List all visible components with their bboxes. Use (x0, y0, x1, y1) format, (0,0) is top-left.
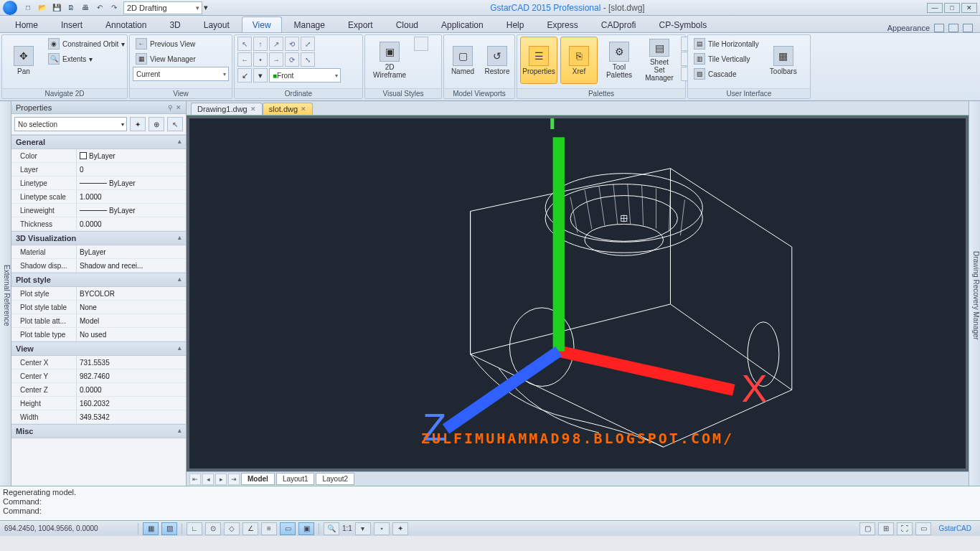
prop-row[interactable]: Thickness0.0000 (11, 217, 186, 231)
ord-icon[interactable]: ⤡ (301, 52, 315, 67)
workspace-selector[interactable]: 2D Drafting (123, 1, 202, 14)
prop-row[interactable]: ColorByLayer (11, 149, 186, 163)
new-icon[interactable]: □ (22, 1, 34, 14)
ord-icon[interactable]: ← (237, 52, 252, 67)
tab-cpsymbols[interactable]: CP-Symbols (648, 17, 717, 32)
polar-toggle[interactable]: ⊙ (205, 522, 221, 535)
tab-manage[interactable]: Manage (283, 17, 336, 32)
tile-v-button[interactable]: ▥Tile Vertically (691, 52, 762, 66)
previous-view-button[interactable]: ←Previous View (133, 37, 229, 51)
ord-icon[interactable]: ▾ (253, 68, 268, 83)
ord-icon[interactable]: ⟲ (285, 37, 299, 51)
ord-icon[interactable]: ⤢ (301, 37, 315, 51)
properties-button[interactable]: ☰Properties (520, 37, 557, 84)
otrack-toggle[interactable]: ∠ (242, 522, 258, 535)
snap-toggle[interactable]: ▦ (143, 522, 159, 535)
scale-button[interactable]: 🔍 (324, 522, 339, 535)
viewport[interactable]: X Y Z ZULFIMUHAMMAD98.BLOGSPOT.COM/ (189, 118, 966, 468)
ord-icon[interactable]: • (253, 52, 268, 67)
prop-row[interactable]: Linetype scale1.0000 (11, 190, 186, 204)
prop-row[interactable]: Plot table att...Model (11, 314, 186, 328)
tab-home[interactable]: Home (4, 17, 49, 32)
tab-3d[interactable]: 3D (159, 17, 191, 32)
view-current-combo[interactable]: Current (133, 67, 229, 81)
xref-button[interactable]: ⎘Xref (560, 37, 598, 84)
prop-row[interactable]: Lineweight ByLayer (11, 204, 186, 217)
status-icon[interactable]: ⛶ (897, 522, 913, 535)
tab-application[interactable]: Application (430, 17, 494, 32)
appearance-menu[interactable]: Appearance (887, 24, 976, 32)
prop-row[interactable]: Width349.5342 (11, 410, 186, 424)
restore-button[interactable]: □ (944, 3, 960, 13)
ord-icon[interactable]: ↖ (237, 37, 252, 51)
prop-row[interactable]: Center X731.5535 (11, 356, 186, 369)
lwt-toggle[interactable]: ≡ (261, 522, 277, 535)
prop-row[interactable]: Plot styleBYCOLOR (11, 287, 186, 301)
layout-tab-model[interactable]: Model (241, 473, 275, 485)
prop-group-header[interactable]: 3D Visualization▴ (11, 231, 186, 245)
tile-h-button[interactable]: ▤Tile Horizontally (691, 37, 762, 51)
minimize-button[interactable]: — (927, 3, 943, 13)
ortho-toggle[interactable]: ∟ (187, 522, 202, 535)
tab-view[interactable]: View (242, 17, 282, 32)
grid-toggle[interactable]: ▨ (161, 522, 177, 535)
visual-more-icon[interactable] (414, 37, 428, 51)
ord-icon[interactable]: ↑ (253, 37, 268, 51)
pickadd-icon[interactable]: ⊕ (149, 117, 164, 131)
view-manager-button[interactable]: ▦View Manager (133, 52, 229, 66)
close-button[interactable]: ✕ (961, 3, 977, 13)
tool-palettes-button[interactable]: ⚙Tool Palettes (600, 37, 638, 84)
quickselect-icon[interactable]: ✦ (130, 117, 146, 131)
external-reference-panel[interactable]: External Reference (0, 101, 11, 486)
tab-annotation[interactable]: Annotation (95, 17, 157, 32)
first-icon[interactable]: ⇤ (189, 474, 201, 485)
prev-icon[interactable]: ◂ (202, 474, 214, 485)
prop-row[interactable]: Linetype ByLayer (11, 176, 186, 190)
sheetset-button[interactable]: ▤Sheet Set Manager (641, 37, 678, 84)
restore-ribbon-icon[interactable] (948, 24, 958, 32)
cascade-button[interactable]: ▧Cascade (691, 67, 762, 81)
restore-button[interactable]: ↺Restore (481, 37, 513, 84)
prop-row[interactable]: Center Y982.7460 (11, 369, 186, 383)
tab-cloud[interactable]: Cloud (385, 17, 429, 32)
undo-icon[interactable]: ↶ (93, 1, 106, 14)
selection-combo[interactable]: No selection (14, 117, 127, 131)
prop-row[interactable]: Height160.2032 (11, 397, 186, 410)
layout-tab[interactable]: Layout1 (276, 473, 315, 485)
layout-tab[interactable]: Layout2 (316, 473, 354, 485)
status-icon[interactable]: ▭ (915, 522, 931, 535)
app-logo-icon[interactable] (3, 1, 17, 15)
prop-group-header[interactable]: General▴ (11, 135, 186, 149)
osnap-toggle[interactable]: ◇ (224, 522, 240, 535)
scale-label[interactable]: 1:1 (342, 524, 352, 532)
prop-row[interactable]: Plot table typeNo used (11, 328, 186, 342)
tab-express[interactable]: Express (536, 17, 588, 32)
ord-icon[interactable]: ↙ (237, 68, 252, 83)
tab-cadprofi[interactable]: CADprofi (590, 17, 647, 32)
prop-row[interactable]: Center Z0.0000 (11, 383, 186, 397)
status-icon[interactable]: ⊞ (878, 522, 894, 535)
status-icon[interactable]: ▢ (859, 522, 875, 535)
ordinate-combo[interactable]: ■ Front (269, 68, 341, 83)
orbit-button[interactable]: ◉Constrained Orbit ▾ (45, 37, 128, 51)
wireframe-button[interactable]: ▣2D Wireframe (368, 37, 411, 84)
prop-group-header[interactable]: Misc▴ (11, 424, 186, 438)
pan-button[interactable]: ✥Pan (5, 37, 42, 84)
open-icon[interactable]: 📂 (36, 1, 49, 14)
close-icon[interactable]: ✕ (176, 104, 182, 111)
extents-button[interactable]: 🔍Extents ▾ (45, 52, 128, 66)
tab-insert[interactable]: Insert (50, 17, 93, 32)
dyn-toggle[interactable]: ▭ (280, 522, 296, 535)
next-icon[interactable]: ▸ (215, 474, 227, 485)
redo-icon[interactable]: ↷ (108, 1, 121, 14)
scale-menu[interactable]: ▾ (355, 522, 371, 535)
tab-layout[interactable]: Layout (193, 17, 240, 32)
prop-row[interactable]: Shadow disp...Shadow and recei... (11, 259, 186, 273)
close-ribbon-icon[interactable] (963, 24, 973, 32)
command-window[interactable]: Regenerating model. Command: Command: (0, 486, 980, 520)
drawing-recovery-panel[interactable]: Drawing Recovery Manager (969, 101, 980, 486)
ord-icon[interactable]: ↗ (269, 37, 283, 51)
min-ribbon-icon[interactable] (934, 24, 944, 32)
prop-row[interactable]: Layer0 (11, 163, 186, 176)
tab-export[interactable]: Export (337, 17, 384, 32)
